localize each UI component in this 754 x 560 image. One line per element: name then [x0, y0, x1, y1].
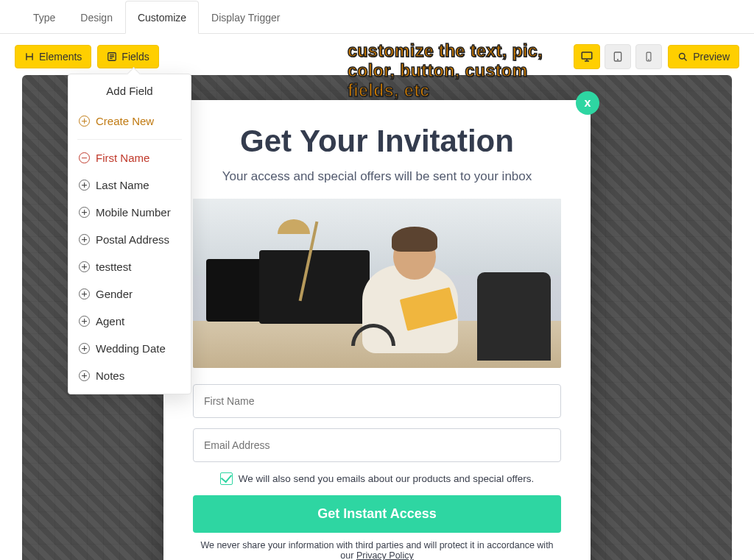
- form-icon: [107, 52, 117, 62]
- plus-circle-icon: [79, 207, 90, 218]
- svg-point-3: [618, 60, 619, 60]
- dropdown-field-label: First Name: [96, 152, 149, 164]
- plus-circle-icon: [79, 116, 90, 127]
- fields-dropdown: Add Field Create New First NameLast Name…: [68, 74, 191, 394]
- create-new-label: Create New: [96, 115, 154, 127]
- dropdown-field-testtest[interactable]: testtest: [68, 253, 191, 280]
- mobile-icon: [644, 50, 654, 63]
- plus-circle-icon: [79, 343, 90, 354]
- dropdown-field-first-name[interactable]: First Name: [68, 144, 191, 171]
- dropdown-field-label: Gender: [96, 288, 133, 300]
- tablet-icon: [612, 50, 624, 63]
- popup-close-button[interactable]: x: [576, 91, 599, 115]
- submit-button[interactable]: Get Instant Access: [193, 495, 561, 533]
- consent-row[interactable]: We will also send you emails about our p…: [193, 472, 561, 485]
- elements-label: Elements: [39, 51, 82, 63]
- dropdown-field-label: Last Name: [96, 179, 149, 191]
- toolbar: Elements Fields: [7, 44, 747, 77]
- elements-button[interactable]: Elements: [15, 45, 91, 68]
- plus-circle-icon: [79, 234, 90, 245]
- dropdown-field-mobile-number[interactable]: Mobile Number: [68, 199, 191, 226]
- dropdown-field-label: testtest: [96, 260, 131, 273]
- dropdown-field-notes[interactable]: Notes: [68, 362, 191, 389]
- popup-subtitle: Your access and special offers will be s…: [193, 169, 561, 184]
- privacy-link[interactable]: Privacy Policy: [356, 550, 414, 560]
- dropdown-field-postal-address[interactable]: Postal Address: [68, 226, 191, 253]
- email-field[interactable]: [193, 428, 561, 462]
- search-icon: [677, 52, 688, 63]
- popup-title: Get Your Invitation: [193, 124, 561, 159]
- device-desktop-button[interactable]: [574, 44, 600, 69]
- popup: x Get Your Invitation Your access and sp…: [163, 100, 591, 560]
- dropdown-field-label: Mobile Number: [96, 206, 171, 219]
- dropdown-field-wedding-date[interactable]: Wedding Date: [68, 335, 191, 362]
- tab-type[interactable]: Type: [21, 1, 68, 34]
- svg-point-5: [649, 60, 649, 60]
- minus-circle-icon: [79, 152, 90, 163]
- dropdown-field-label: Wedding Date: [96, 342, 166, 355]
- dropdown-field-agent[interactable]: Agent: [68, 308, 191, 335]
- dropdown-scroll[interactable]: Create New First NameLast NameMobile Num…: [68, 107, 191, 389]
- editor-area: Elements Fields: [7, 34, 747, 560]
- dropdown-field-last-name[interactable]: Last Name: [68, 171, 191, 199]
- device-tablet-button[interactable]: [605, 44, 631, 69]
- plus-circle-icon: [79, 370, 90, 381]
- privacy-text: We never share your information with thi…: [193, 540, 561, 560]
- tab-strip: Type Design Customize Display Trigger: [0, 0, 754, 34]
- heading-icon: [24, 52, 35, 62]
- plus-circle-icon: [79, 316, 90, 327]
- fields-button[interactable]: Fields: [97, 45, 158, 68]
- consent-label: We will also send you emails about our p…: [239, 473, 535, 484]
- svg-rect-1: [582, 52, 592, 59]
- device-mobile-button[interactable]: [635, 44, 662, 69]
- tab-display-trigger[interactable]: Display Trigger: [199, 1, 292, 34]
- dropdown-field-label: Notes: [96, 369, 124, 382]
- dropdown-title: Add Field: [68, 74, 191, 107]
- tab-design[interactable]: Design: [68, 1, 125, 34]
- plus-circle-icon: [79, 261, 90, 272]
- fields-label: Fields: [121, 51, 149, 63]
- preview-button[interactable]: Preview: [668, 45, 739, 68]
- dropdown-field-label: Postal Address: [96, 233, 169, 246]
- close-icon: x: [585, 96, 591, 110]
- device-selector: [574, 44, 662, 69]
- first-name-field[interactable]: [193, 384, 561, 418]
- plus-circle-icon: [79, 180, 90, 191]
- popup-hero-image: [193, 199, 561, 368]
- plus-circle-icon: [79, 288, 90, 300]
- desktop-icon: [580, 50, 593, 63]
- tab-customize[interactable]: Customize: [125, 1, 199, 34]
- dropdown-field-gender[interactable]: Gender: [68, 280, 191, 308]
- dropdown-create-new[interactable]: Create New: [77, 107, 182, 140]
- consent-checkbox[interactable]: [220, 472, 233, 485]
- dropdown-field-label: Agent: [96, 315, 124, 327]
- svg-point-6: [680, 53, 686, 59]
- preview-label: Preview: [693, 51, 730, 63]
